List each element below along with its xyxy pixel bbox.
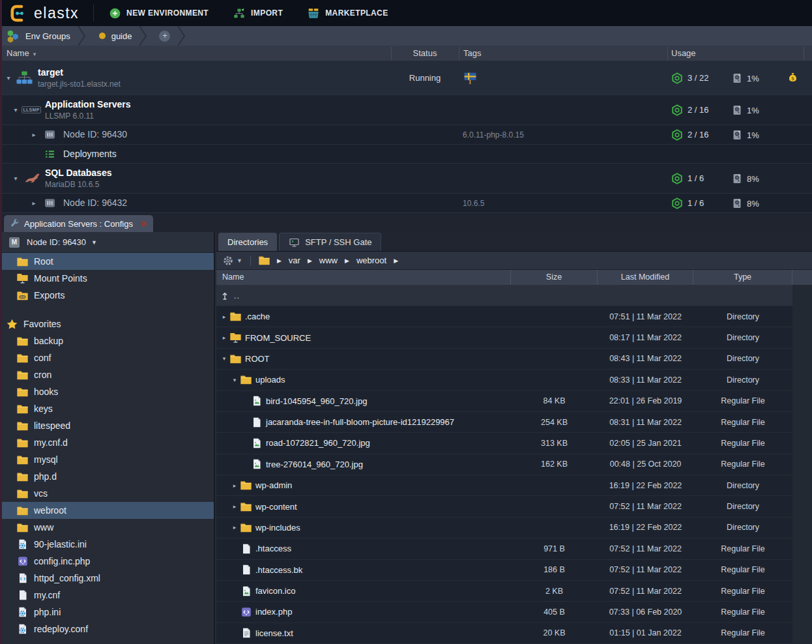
breadcrumb-separator — [138, 26, 147, 46]
file-row[interactable]: index.php 405 B 07:33 | 06 Feb 2020 Regu… — [216, 602, 792, 622]
file-row[interactable]: license.txt 20 KB 01:15 | 01 Jan 2022 Re… — [216, 623, 792, 644]
sidebar-item[interactable]: backup — [0, 332, 214, 349]
sidebar-item[interactable]: redeploy.conf — [0, 621, 214, 637]
sidebar-item[interactable]: 90-jelastic.ini — [0, 536, 214, 553]
node-selector[interactable]: M Node ID: 96430 ▼ — [0, 232, 214, 253]
sidebar-item[interactable]: httpd_config.xml — [0, 570, 214, 587]
environment-row[interactable]: Deployments — [0, 145, 812, 164]
tree-chevron-icon[interactable]: ▸ — [29, 131, 38, 138]
sidebar-item[interactable]: litespeed — [0, 417, 214, 434]
tree-chevron-icon[interactable]: ▾ — [220, 355, 228, 362]
file-row[interactable]: ▸ .cache 07:51 | 11 Mar 2022 Directory — [216, 306, 792, 327]
plus-icon[interactable]: + — [159, 31, 170, 42]
environment-tags-cell — [463, 95, 665, 124]
settings-menu-button[interactable]: ▼ — [223, 256, 242, 266]
sidebar-item[interactable]: Exports — [0, 287, 214, 304]
tree-chevron-icon[interactable]: ▸ — [220, 334, 228, 341]
parent-directory-row[interactable]: .. — [216, 285, 792, 306]
tree-chevron-icon[interactable]: ▸ — [231, 482, 239, 489]
column-header-size[interactable]: Size — [511, 270, 598, 285]
sidebar-item-label: redeploy.conf — [34, 624, 88, 634]
tree-chevron-icon[interactable]: ▾ — [11, 175, 20, 182]
tree-chevron-icon[interactable]: ▸ — [231, 503, 239, 510]
file-row[interactable]: road-1072821_960_720.jpg 313 KB 02:05 | … — [216, 433, 792, 454]
sidebar-item[interactable]: vcs — [0, 485, 214, 502]
file-row[interactable]: ▾ uploads 08:33 | 11 Mar 2022 Directory — [216, 370, 792, 390]
environment-row[interactable]: ▸ Node ID: 96430 6.0.11-php-8.0.15 2 / 1… — [0, 125, 812, 145]
topbar-divider — [93, 5, 94, 22]
file-row[interactable]: ▸ wp-admin 16:19 | 22 Feb 2022 Directory — [216, 475, 792, 496]
cloudlet-hexagon-icon — [671, 173, 683, 184]
new-environment-button[interactable]: NEW ENVIRONMENT — [109, 8, 209, 19]
environment-row[interactable]: ▾ LLSMP Application Servers LLSMP 6.0.11… — [0, 95, 812, 125]
file-row[interactable]: ▸ wp-content 07:52 | 11 Mar 2022 Directo… — [216, 496, 792, 517]
config-sidebar: M Node ID: 96430 ▼ Root Mount Points Exp… — [0, 232, 215, 644]
configs-panel-tab[interactable]: Application Servers : Configs ✕ — [4, 215, 153, 232]
environment-row[interactable]: ▾ SQL Databases MariaDB 10.6.5 1 / 6 8% — [0, 164, 812, 194]
sidebar-item[interactable]: cron — [0, 366, 214, 383]
environment-subtitle: target.jls-sto1.elastx.net — [38, 80, 121, 89]
file-row[interactable]: ▸ FROM_SOURCE 08:17 | 11 Mar 2022 Direct… — [216, 327, 792, 348]
column-header-status[interactable]: Status — [391, 46, 459, 61]
tree-chevron-icon[interactable]: ▸ — [231, 524, 239, 531]
tree-chevron-icon[interactable]: ▸ — [29, 199, 38, 207]
sidebar-item[interactable]: Mount Points — [0, 270, 214, 287]
file-size: 186 B — [511, 565, 598, 574]
sidebar-item[interactable]: my.cnf.d — [0, 434, 214, 451]
file-size: 313 KB — [511, 439, 598, 448]
sidebar-item[interactable]: php.d — [0, 468, 214, 485]
column-header-tags[interactable]: Tags — [463, 46, 481, 61]
sidebar-item[interactable]: www — [0, 519, 214, 536]
elastx-logo-text: elastx — [34, 5, 79, 22]
marketplace-button[interactable]: MARKETPLACE — [308, 8, 388, 19]
environment-row[interactable]: ▾ target target.jls-sto1.elastx.net Runn… — [0, 61, 812, 95]
file-row[interactable]: bird-1045954_960_720.jpg 84 KB 22:01 | 2… — [216, 391, 792, 412]
breadcrumb-add-group-button[interactable]: + — [147, 26, 177, 46]
sidebar-item[interactable]: config.inc.php — [0, 553, 214, 570]
column-header-name[interactable]: Name — [216, 270, 511, 285]
column-header-last-modified[interactable]: Last Modified — [598, 270, 693, 285]
sidebar-item-icon — [17, 336, 28, 346]
file-row[interactable]: .htaccess 971 B 07:52 | 11 Mar 2022 Regu… — [216, 538, 792, 559]
tree-chevron-icon[interactable]: ▸ — [220, 314, 228, 320]
disk-icon — [732, 173, 742, 184]
tree-chevron-icon[interactable]: ▾ — [4, 74, 13, 81]
breadcrumb-env-groups[interactable]: Env Groups — [0, 26, 77, 46]
sidebar-item[interactable]: webroot — [0, 502, 214, 519]
elastx-logo[interactable]: elastx — [10, 5, 79, 22]
file-row[interactable]: favicon.ico 2 KB 07:52 | 11 Mar 2022 Reg… — [216, 581, 792, 602]
billing-moneybag-icon[interactable]: $ — [787, 72, 798, 84]
tab-directories[interactable]: Directories — [218, 233, 277, 251]
file-type: Regular File — [693, 565, 792, 574]
sidebar-item[interactable]: mysql — [0, 451, 214, 468]
environment-row[interactable]: ▸ Node ID: 96432 10.6.5 1 / 6 8% — [0, 194, 812, 213]
file-row[interactable]: ▾ ROOT 08:43 | 11 Mar 2022 Directory — [216, 349, 792, 370]
import-button[interactable]: IMPORT — [233, 8, 283, 19]
sidebar-item[interactable]: php.ini — [0, 604, 214, 621]
breadcrumb-current-env[interactable]: guide — [86, 26, 139, 46]
file-row[interactable]: ▸ wp-includes 16:19 | 22 Feb 2022 Direct… — [216, 518, 792, 538]
file-row[interactable]: tree-276014_960_720.jpg 162 KB 00:48 | 2… — [216, 454, 792, 475]
tab-sftp-ssh-gate[interactable]: SFTP / SSH Gate — [279, 233, 381, 251]
column-header-name[interactable]: Name▾ — [7, 46, 36, 61]
tree-chevron-icon[interactable]: ▾ — [231, 377, 239, 383]
sidebar-item[interactable]: Favorites — [0, 315, 214, 332]
file-name: wp-admin — [255, 480, 292, 490]
file-row[interactable]: jacaranda-tree-in-full-bloom-picture-id1… — [216, 412, 792, 433]
sidebar-item[interactable]: Root — [0, 253, 214, 270]
tree-chevron-icon[interactable]: ▾ — [11, 106, 20, 113]
path-segment[interactable]: var — [289, 256, 300, 265]
file-row[interactable]: .htaccess.bk 186 B 07:52 | 11 Mar 2022 R… — [216, 560, 792, 581]
path-segment[interactable]: www — [319, 256, 338, 265]
file-name: tree-276014_960_720.jpg — [266, 460, 363, 469]
file-type-icon — [251, 396, 262, 406]
sidebar-item[interactable]: conf — [0, 349, 214, 366]
sidebar-item[interactable]: hooks — [0, 383, 214, 400]
close-icon[interactable]: ✕ — [140, 219, 147, 229]
sidebar-item[interactable]: my.cnf — [0, 587, 214, 604]
column-header-usage[interactable]: Usage — [671, 46, 696, 61]
path-segment[interactable]: webroot — [356, 256, 386, 265]
file-name: wp-includes — [255, 523, 300, 533]
sidebar-item[interactable]: keys — [0, 400, 214, 417]
column-header-type[interactable]: Type — [693, 270, 792, 285]
